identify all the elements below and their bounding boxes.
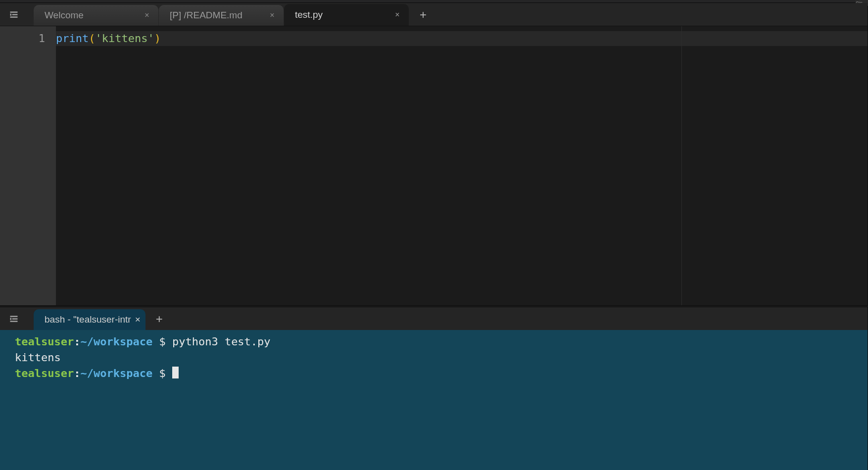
print-margin-ruler bbox=[681, 26, 682, 305]
code-area[interactable]: print('kittens') bbox=[56, 26, 868, 305]
close-icon[interactable]: × bbox=[135, 314, 141, 325]
tab-label: Welcome bbox=[45, 10, 84, 21]
svg-rect-4 bbox=[10, 316, 18, 317]
add-tab-button[interactable]: + bbox=[413, 5, 433, 25]
panel-menu-icon[interactable] bbox=[5, 311, 23, 327]
svg-rect-6 bbox=[10, 321, 18, 322]
editor-panel: Welcome × [P] /README.md × test.py × + 1… bbox=[0, 3, 868, 305]
close-icon[interactable]: × bbox=[393, 10, 402, 19]
token-paren-open: ( bbox=[89, 32, 95, 45]
line-gutter: 1 bbox=[0, 26, 56, 305]
svg-rect-3 bbox=[10, 14, 12, 16]
terminal-cursor bbox=[172, 367, 179, 378]
term-sep: : bbox=[74, 367, 80, 379]
term-sep: : bbox=[74, 335, 80, 348]
term-prompt: $ bbox=[152, 335, 172, 348]
term-user: tealsuser bbox=[15, 367, 74, 379]
svg-rect-7 bbox=[10, 318, 12, 320]
editor-body: 1 print('kittens') bbox=[0, 26, 868, 305]
terminal-line: tealsuser:~/workspace $ python3 test.py bbox=[15, 334, 862, 350]
tab-label: [P] /README.md bbox=[170, 10, 242, 21]
term-command: python3 test.py bbox=[172, 335, 271, 348]
line-number: 1 bbox=[0, 31, 45, 46]
add-terminal-button[interactable]: + bbox=[149, 309, 169, 329]
svg-rect-0 bbox=[10, 11, 18, 13]
tab-testpy[interactable]: test.py × bbox=[284, 4, 409, 26]
terminal-tab-bash[interactable]: bash - "tealsuser-intr × bbox=[34, 309, 145, 330]
terminal-body[interactable]: tealsuser:~/workspace $ python3 test.py … bbox=[0, 330, 868, 470]
term-prompt: $ bbox=[152, 367, 172, 379]
tab-readme[interactable]: [P] /README.md × bbox=[159, 5, 284, 26]
tab-welcome[interactable]: Welcome × bbox=[34, 5, 158, 26]
editor-tab-bar: Welcome × [P] /README.md × test.py × + bbox=[0, 3, 868, 26]
svg-rect-1 bbox=[12, 14, 18, 15]
svg-rect-2 bbox=[10, 16, 18, 18]
panel-menu-icon[interactable] bbox=[5, 7, 23, 23]
token-function: print bbox=[56, 32, 89, 45]
token-paren-close: ) bbox=[154, 32, 161, 45]
terminal-line: tealsuser:~/workspace $ bbox=[15, 366, 862, 381]
svg-rect-5 bbox=[12, 318, 18, 320]
close-icon[interactable]: × bbox=[143, 11, 151, 20]
term-path: ~/workspace bbox=[80, 335, 152, 348]
term-path: ~/workspace bbox=[80, 367, 152, 379]
terminal-output: kittens bbox=[15, 350, 862, 366]
tab-label: test.py bbox=[295, 9, 323, 20]
close-icon[interactable]: × bbox=[268, 11, 277, 20]
terminal-panel: bash - "tealsuser-intr × + tealsuser:~/w… bbox=[0, 307, 868, 470]
terminal-tab-bar: bash - "tealsuser-intr × + bbox=[0, 307, 868, 330]
term-user: tealsuser bbox=[15, 335, 74, 348]
terminal-tab-label: bash - "tealsuser-intr bbox=[45, 314, 131, 325]
token-string: 'kittens' bbox=[95, 32, 154, 45]
